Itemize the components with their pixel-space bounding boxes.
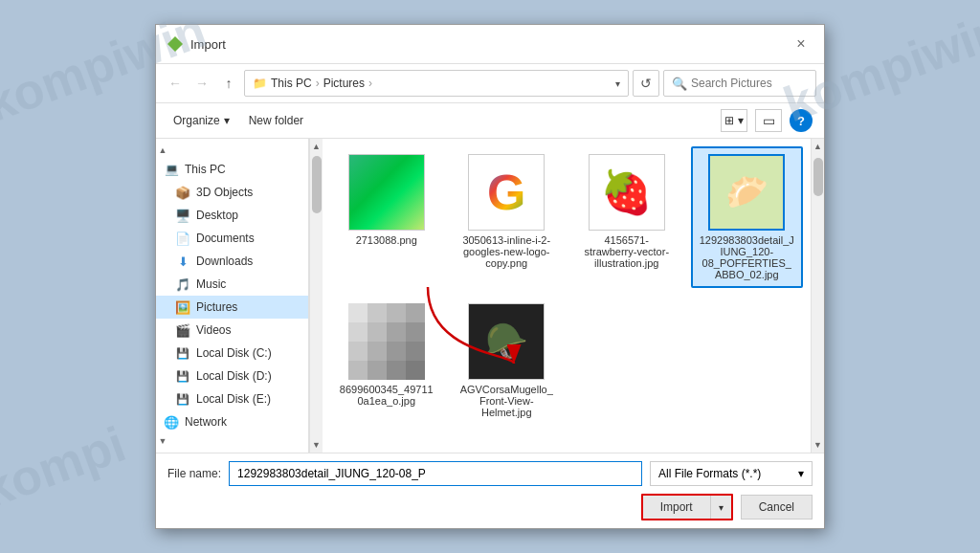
3d-objects-icon: 📦 [175, 185, 190, 200]
sidebar-item-documents[interactable]: 📄 Documents [156, 227, 308, 250]
filetype-label: All File Formats (*.*) [658, 467, 794, 480]
file-scroll-thumb[interactable] [813, 158, 823, 196]
sidebar-item-local-e[interactable]: 💾 Local Disk (E:) [156, 387, 308, 410]
sidebar-label-this-pc: This PC [185, 163, 226, 176]
import-button[interactable]: Import [643, 496, 711, 519]
local-d-icon: 💾 [175, 368, 190, 384]
up-button[interactable]: ↑ [217, 72, 240, 95]
toolbar: Organize ▾ New folder ⊞ ▾ ▭ ? [156, 103, 824, 139]
new-folder-button[interactable]: New folder [243, 112, 309, 129]
file-name-3: 4156571-strawberry-vector-illustration.j… [579, 234, 675, 269]
organize-button[interactable]: Organize ▾ [167, 112, 235, 129]
desktop-icon: 🖥️ [175, 208, 190, 223]
helmet-image: 🪖 [468, 303, 545, 380]
sidebar-item-3d-objects[interactable]: 📦 3D Objects [156, 181, 308, 204]
file-thumb-6: 🪖 [468, 303, 545, 380]
file-item-4[interactable]: 🥟 1292983803detail_JIUNG_120-08_POFFERTI… [691, 146, 804, 288]
app-icon [167, 36, 183, 52]
sidebar-item-videos[interactable]: 🎬 Videos [156, 319, 308, 342]
import-dialog: Import × ← → ↑ 📁 This PC › Pictures › ▾ … [155, 24, 825, 529]
food-image: 🥟 [708, 154, 785, 231]
documents-icon: 📄 [175, 231, 190, 246]
sidebar-label-local-c: Local Disk (C:) [196, 346, 272, 360]
help-button[interactable]: ? [790, 109, 813, 132]
filetype-dropdown[interactable]: All File Formats (*.*) ▾ [650, 461, 813, 486]
google-g-icon: G [487, 164, 525, 221]
filetype-chevron: ▾ [798, 467, 804, 480]
this-pc-icon: 💻 [164, 162, 179, 177]
preview-panel-button[interactable]: ▭ [755, 109, 782, 132]
filename-input[interactable] [229, 461, 642, 486]
sidebar-item-pictures[interactable]: 🖼️ Pictures [156, 296, 308, 319]
sidebar-label-network: Network [185, 415, 227, 429]
file-thumb-5 [348, 303, 425, 380]
google-image: G [468, 154, 545, 231]
sidebar-item-network[interactable]: 🌐 Network [156, 410, 308, 433]
network-icon: 🌐 [164, 414, 179, 430]
sidebar-label-videos: Videos [196, 323, 231, 337]
file-scrollbar[interactable]: ▲ ▼ [811, 139, 824, 453]
file-scroll-down-arrow[interactable]: ▼ [812, 437, 825, 453]
sidebar-item-downloads[interactable]: ⬇ Downloads [156, 250, 308, 273]
forward-button[interactable]: → [190, 72, 213, 95]
sidebar-scroll-down-arrow[interactable]: ▼ [310, 437, 323, 453]
sidebar-label-desktop: Desktop [196, 209, 238, 222]
file-item-5[interactable]: 8699600345_497110a1ea_o.jpg [330, 296, 443, 426]
sidebar-scroll-up-arrow[interactable]: ▲ [310, 139, 323, 154]
local-e-icon: 💾 [175, 391, 190, 407]
view-button[interactable]: ⊞ ▾ [721, 109, 747, 132]
file-thumb-1 [348, 154, 425, 231]
title-bar: Import × [156, 25, 824, 64]
sidebar-label-local-e: Local Disk (E:) [196, 392, 271, 406]
videos-icon: 🎬 [175, 322, 190, 338]
sidebar-item-local-d[interactable]: 💾 Local Disk (D:) [156, 365, 308, 387]
organize-label: Organize [173, 114, 220, 127]
file-item-3[interactable]: 🍓 4156571-strawberry-vector-illustration… [570, 146, 683, 288]
file-item-2[interactable]: G 3050613-inline-i-2-googles-new-logo-co… [451, 146, 564, 288]
downloads-icon: ⬇ [175, 254, 190, 269]
import-dropdown-button[interactable]: ▾ [711, 496, 731, 519]
close-button[interactable]: × [790, 33, 813, 55]
swatches-image [348, 303, 425, 380]
search-input[interactable] [691, 77, 835, 90]
sidebar: ▲ 💻 This PC 📦 3D Objects 🖥️ Desktop 📄 Do… [156, 139, 309, 453]
breadcrumb-sep1: › [316, 77, 320, 90]
strawberry-image: 🍓 [589, 154, 665, 231]
filename-row: File name: All File Formats (*.*) ▾ [167, 461, 813, 486]
file-item-6[interactable]: 🪖 AGVCorsaMugello_Front-View-Helmet.jpg [451, 296, 564, 426]
organize-chevron: ▾ [224, 114, 230, 127]
local-c-icon: 💾 [175, 345, 190, 361]
file-scroll-up-arrow[interactable]: ▲ [812, 139, 825, 154]
file-item-1[interactable]: 2713088.png [330, 146, 443, 288]
sidebar-item-desktop[interactable]: 🖥️ Desktop [156, 204, 308, 227]
pictures-icon: 🖼️ [175, 299, 190, 315]
dialog-title: Import [190, 37, 782, 52]
green-gradient-image [348, 154, 425, 231]
search-icon: 🔍 [672, 77, 687, 91]
sidebar-scroll-down[interactable]: ▼ [156, 433, 169, 449]
search-bar[interactable]: 🔍 [663, 70, 816, 97]
breadcrumb-chevron[interactable]: ▾ [615, 78, 620, 89]
file-name-2: 3050613-inline-i-2-googles-new-logo-copy… [458, 234, 554, 269]
file-name-4: 1292983803detail_JIUNG_120-08_POFFERTIES… [699, 234, 794, 280]
sidebar-item-music[interactable]: 🎵 Music [156, 273, 308, 296]
sidebar-scrollbar[interactable]: ▲ ▼ [309, 139, 323, 453]
breadcrumb-pictures: Pictures [323, 77, 365, 90]
sidebar-label-pictures: Pictures [196, 300, 237, 314]
sidebar-scroll-thumb[interactable] [312, 156, 322, 213]
sidebar-label-music: Music [196, 277, 226, 291]
watermark-bl: kompi [0, 415, 133, 520]
refresh-button[interactable]: ↺ [633, 70, 659, 97]
import-button-group: Import ▾ [641, 494, 733, 520]
breadcrumb[interactable]: 📁 This PC › Pictures › ▾ [244, 70, 629, 97]
filename-label: File name: [167, 467, 221, 480]
sidebar-item-this-pc[interactable]: 💻 This PC [156, 158, 308, 181]
sidebar-scroll-up[interactable]: ▲ [156, 143, 169, 158]
file-thumb-3: 🍓 [589, 154, 665, 231]
file-thumb-4: 🥟 [708, 154, 785, 231]
back-button[interactable]: ← [164, 72, 187, 95]
sidebar-label-3d-objects: 3D Objects [196, 186, 253, 199]
cancel-button[interactable]: Cancel [741, 495, 813, 520]
file-area-container: 2713088.png G 3050613-inline-i-2-googles… [323, 139, 811, 453]
sidebar-item-local-c[interactable]: 💾 Local Disk (C:) [156, 342, 308, 365]
